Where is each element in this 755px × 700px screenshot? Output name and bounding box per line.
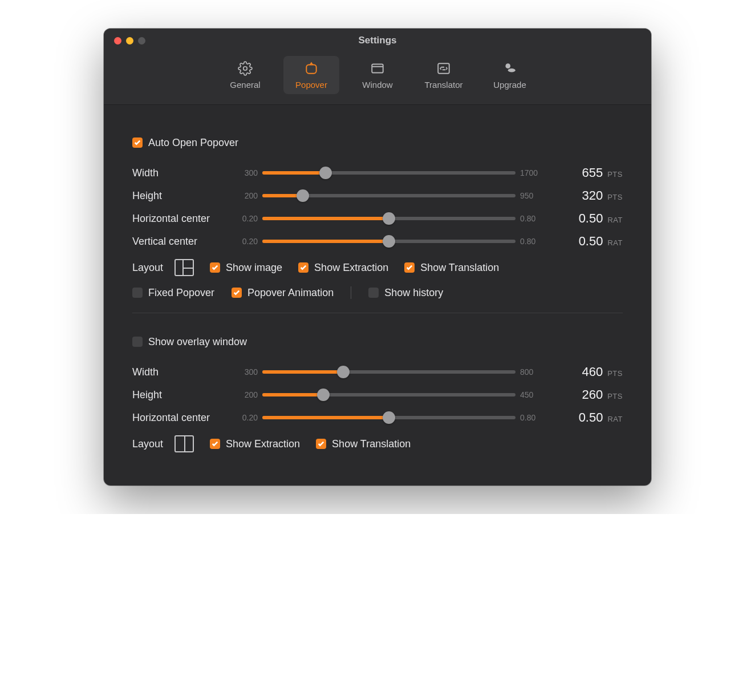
slider-unit: PTS [607,193,623,201]
slider-max: 800 [515,367,549,377]
popover-vcenter-slider[interactable]: Vertical center 0.20 0.80 0.50RAT [132,234,623,249]
popover-height-slider[interactable]: Height 200 950 320PTS [132,188,623,203]
close-button[interactable] [114,37,121,44]
checkbox-label: Show Extraction [226,438,300,450]
slider-label: Horizontal center [132,412,229,424]
popover-icon [304,60,319,76]
popover-animation-checkbox[interactable]: Popover Animation [232,287,334,299]
svg-point-4 [505,63,510,68]
settings-toolbar: General Popover Window Translator Upgrad… [104,52,651,105]
tab-upgrade[interactable]: Upgrade [482,56,538,94]
checkbox-label: Fixed Popover [148,287,214,299]
slider-min: 0.20 [229,413,262,422]
popover-width-slider[interactable]: Width 300 1700 655PTS [132,165,623,180]
tab-label: General [230,80,260,90]
tab-general[interactable]: General [217,56,273,94]
translator-icon [436,60,451,76]
window-icon [370,60,385,76]
layout-preset-button[interactable] [174,435,194,452]
slider-track[interactable] [262,370,515,374]
slider-value: 0.50 [579,410,603,425]
slider-track[interactable] [262,194,515,197]
slider-min: 0.20 [229,237,262,246]
slider-min: 200 [229,390,262,399]
divider [351,286,351,299]
slider-unit: PTS [607,392,623,400]
slider-label: Width [132,167,229,179]
slider-min: 300 [229,367,262,377]
slider-track[interactable] [262,171,515,175]
layout-label: Layout [132,262,163,274]
slider-value: 0.50 [579,234,603,249]
show-overlay-window-checkbox[interactable]: Show overlay window [132,336,247,348]
slider-max: 450 [515,390,549,399]
section-separator [132,313,623,313]
slider-track[interactable] [262,217,515,220]
slider-unit: RAT [607,415,623,423]
checkbox-label: Show Translation [332,438,411,450]
overlay-height-slider[interactable]: Height 200 450 260PTS [132,387,623,402]
slider-value: 260 [582,387,603,402]
slider-value: 460 [582,365,603,379]
show-history-checkbox[interactable]: Show history [368,287,443,299]
slider-value: 655 [582,165,603,180]
slider-value: 0.50 [579,211,603,226]
tab-label: Popover [295,80,327,90]
tab-label: Window [362,80,392,90]
checkbox-icon [298,262,309,273]
slider-value: 320 [582,188,603,203]
show-image-checkbox[interactable]: Show image [210,262,282,274]
slider-min: 300 [229,168,262,177]
show-translation-checkbox[interactable]: Show Translation [404,262,499,274]
slider-label: Height [132,190,229,202]
slider-track[interactable] [262,393,515,396]
checkbox-icon [316,439,326,449]
tab-label: Upgrade [493,80,526,90]
slider-label: Vertical center [132,236,229,248]
tab-popover[interactable]: Popover [283,56,339,94]
slider-label: Height [132,389,229,401]
checkbox-icon [368,288,379,298]
slider-label: Horizontal center [132,213,229,225]
svg-point-5 [508,68,515,72]
show-extraction-checkbox[interactable]: Show Extraction [298,262,388,274]
checkbox-label: Popover Animation [247,287,334,299]
checkbox-icon [210,262,220,273]
checkbox-label: Auto Open Popover [148,137,238,149]
layout-label: Layout [132,438,163,450]
slider-min: 0.20 [229,214,262,223]
auto-open-popover-checkbox[interactable]: Auto Open Popover [132,137,238,149]
slider-unit: RAT [607,238,623,247]
settings-window: Settings General Popover Window Transla [104,29,651,485]
slider-label: Width [132,366,229,378]
checkbox-icon [132,137,143,148]
fixed-popover-checkbox[interactable]: Fixed Popover [132,287,214,299]
checkbox-icon [210,439,220,449]
tab-window[interactable]: Window [350,56,405,94]
overlay-hcenter-slider[interactable]: Horizontal center 0.20 0.80 0.50RAT [132,410,623,425]
tab-translator[interactable]: Translator [416,56,472,94]
overlay-width-slider[interactable]: Width 300 800 460PTS [132,365,623,379]
svg-rect-1 [372,64,383,72]
zoom-button[interactable] [138,37,145,44]
overlay-show-extraction-checkbox[interactable]: Show Extraction [210,438,300,450]
slider-track[interactable] [262,240,515,243]
layout-preset-button[interactable] [174,259,194,276]
slider-max: 0.80 [515,237,549,246]
slider-max: 0.80 [515,214,549,223]
slider-min: 200 [229,191,262,200]
minimize-button[interactable] [126,37,133,44]
tab-label: Translator [425,80,463,90]
slider-track[interactable] [262,416,515,419]
checkbox-label: Show overlay window [148,336,247,348]
overlay-show-translation-checkbox[interactable]: Show Translation [316,438,411,450]
checkbox-label: Show Translation [420,262,499,274]
settings-content: Auto Open Popover Width 300 1700 655PTS … [104,105,651,485]
window-title: Settings [104,35,651,46]
slider-max: 1700 [515,168,549,177]
popover-hcenter-slider[interactable]: Horizontal center 0.20 0.80 0.50RAT [132,211,623,226]
checkbox-label: Show Extraction [314,262,388,274]
slider-max: 950 [515,191,549,200]
slider-unit: PTS [607,369,623,378]
slider-unit: PTS [607,170,623,179]
